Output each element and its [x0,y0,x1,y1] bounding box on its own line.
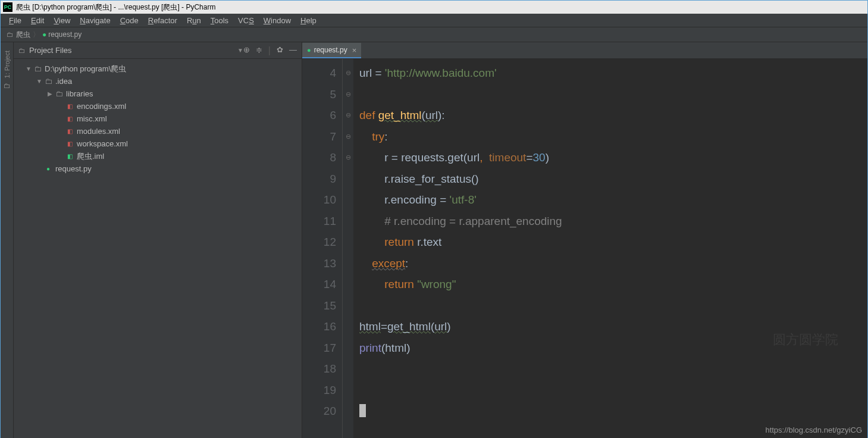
pycharm-icon: PC [3,2,12,12]
close-icon[interactable]: × [352,46,357,55]
breadcrumb-separator: 〉 [33,30,40,40]
chevron-down-icon[interactable]: ▼ [35,78,43,85]
menu-code[interactable]: Code [115,15,143,26]
python-icon: ● [307,46,311,54]
tree-file[interactable]: ◧encodings.xml [14,100,302,112]
xml-icon: ◧ [65,140,74,147]
menu-help[interactable]: Help [296,15,321,26]
project-header-title[interactable]: Project Files [29,46,235,55]
xml-icon: ◧ [65,128,74,134]
folder-icon: 🗀 [33,64,42,73]
project-panel: 🗀 Project Files ▼ ⊕ ≑ | ✿ — ▼ 🗀 D:\pytho… [14,42,302,438]
code-area[interactable]: url = 'http://www.baidu.com' def get_htm… [353,59,867,438]
folder-icon: 🗀 [7,30,14,39]
gear-icon[interactable]: ✿ [277,45,283,56]
folder-icon: 🗀 [43,77,53,86]
minimize-icon[interactable]: — [289,45,297,56]
menu-view[interactable]: View [49,15,75,26]
editor-body[interactable]: 4567891011121314151617181920 ⊖⊖⊖⊖⊖ url =… [302,59,867,438]
python-icon: ● [42,30,46,39]
xml-icon: ◧ [65,103,74,110]
folder-icon: 🗀 [4,82,11,90]
breadcrumb-file[interactable]: request.py [48,30,82,39]
tree-root[interactable]: ▼ 🗀 D:\python program\爬虫 [14,62,302,75]
xml-icon: ◧ [65,115,74,122]
tree-libraries[interactable]: ▶ 🗀 libraries [14,87,302,100]
tree-file[interactable]: ◧misc.xml [14,112,302,125]
project-header: 🗀 Project Files ▼ ⊕ ≑ | ✿ — [14,42,302,59]
menu-run[interactable]: Run [182,15,206,26]
menu-tools[interactable]: Tools [206,15,233,26]
menu-navigate[interactable]: Navigate [75,15,115,26]
menu-window[interactable]: Window [259,15,296,26]
tree-file[interactable]: ◧modules.xml [14,125,302,137]
chevron-down-icon[interactable]: ▼ [237,47,243,54]
project-tree: ▼ 🗀 D:\python program\爬虫 ▼ 🗀 .idea ▶ 🗀 l… [14,59,302,179]
tab-label: request.py [314,46,347,54]
chevron-right-icon[interactable]: ▶ [46,90,54,97]
folder-icon: 🗀 [18,46,26,55]
menu-refactor[interactable]: Refactor [143,15,182,26]
tree-iml[interactable]: ◧爬虫.iml [14,150,302,162]
breadcrumb-folder[interactable]: 爬虫 [16,30,30,40]
menu-file[interactable]: File [4,15,26,26]
collapse-icon[interactable]: ≑ [256,45,262,56]
editor-tab-bar: ● request.py × [302,42,867,59]
iml-icon: ◧ [65,153,74,159]
menu-edit[interactable]: Edit [26,15,49,26]
tree-file[interactable]: ◧workspace.xml [14,137,302,150]
project-tool-label[interactable]: 1: Project [4,51,11,78]
breadcrumb: 🗀 爬虫 〉 ● request.py [1,27,867,42]
fold-gutter: ⊖⊖⊖⊖⊖ [343,59,353,438]
menu-bar: File Edit View Navigate Code Refactor Ru… [1,14,867,27]
line-gutter: 4567891011121314151617181920 [302,59,343,438]
title-bar: PC 爬虫 [D:\python program\爬虫] - ...\reque… [1,1,867,14]
tool-window-bar: 1: Project 🗀 [1,42,14,438]
locate-icon[interactable]: ⊕ [243,45,250,56]
editor: ● request.py × 4567891011121314151617181… [302,42,867,438]
tree-idea-folder[interactable]: ▼ 🗀 .idea [14,75,302,87]
chevron-down-icon[interactable]: ▼ [24,65,33,72]
folder-icon: 🗀 [54,89,64,98]
editor-tab[interactable]: ● request.py × [302,43,361,58]
tree-request-py[interactable]: ●request.py [14,162,302,175]
menu-vcs[interactable]: VCS [233,15,259,26]
python-icon: ● [43,165,53,172]
window-title: 爬虫 [D:\python program\爬虫] - ...\request.… [16,2,215,12]
